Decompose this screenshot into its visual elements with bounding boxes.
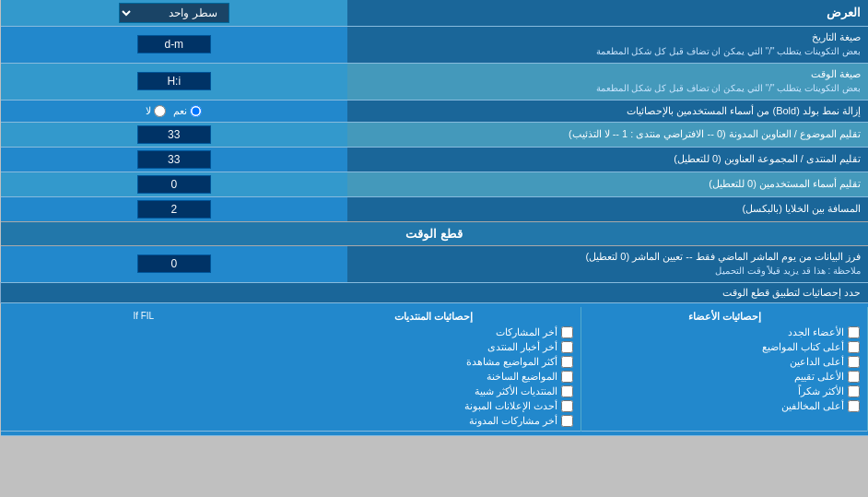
cb-last-posts[interactable]: أخر المشاركات	[294, 326, 573, 338]
cell-spacing-label: المسافة بين الخلايا (بالبكسل)	[347, 196, 868, 221]
cb-top-violators[interactable]: أعلى المخالفين	[589, 400, 860, 412]
cb-last-blog-posts[interactable]: أخر مشاركات المدونة	[294, 415, 573, 427]
user-align-label: تقليم أسماء المستخدمين (0 للتعطيل)	[347, 172, 868, 196]
topic-align-input[interactable]	[137, 125, 211, 144]
fil-label: If FIL	[8, 311, 280, 321]
time-format-input[interactable]	[137, 72, 211, 90]
bold-remove-cell: نعم لا	[1, 100, 348, 122]
time-format-cell	[1, 63, 348, 100]
forum-align-cell	[1, 147, 348, 172]
cb-top-inviters[interactable]: أعلى الداعين	[589, 356, 860, 368]
cb-latest-announcements[interactable]: أحدث الإعلانات المبونة	[294, 400, 573, 412]
cutoff-cell	[1, 245, 348, 282]
display-dropdown-cell: سطر واحد سطرين ثلاثة أسطر	[1, 0, 348, 27]
bold-remove-label: إزالة نمط بولد (Bold) من أسماء المستخدمي…	[347, 100, 868, 122]
cb-last-news[interactable]: أخر أخبار المنتدى	[294, 341, 573, 353]
cell-spacing-cell	[1, 196, 348, 221]
forum-align-label: تقليم المنتدى / المجموعة العناوين (0 للت…	[347, 147, 868, 172]
limit-label: حدد إحصائيات لتطبيق قطع الوقت	[1, 282, 869, 302]
radio-yes[interactable]: نعم	[173, 105, 202, 117]
cb-hot-topics[interactable]: المواضيع الساخنة	[294, 371, 573, 383]
date-format-input[interactable]	[137, 35, 211, 53]
cb-new-members[interactable]: الأعضاء الجدد	[589, 326, 860, 338]
radio-no[interactable]: لا	[146, 105, 166, 117]
display-dropdown[interactable]: سطر واحد سطرين ثلاثة أسطر	[119, 3, 229, 23]
cutoff-input[interactable]	[137, 254, 211, 273]
topic-align-label: تقليم الموضوع / العناوين المدونة (0 -- ا…	[347, 122, 868, 147]
user-align-cell	[1, 172, 348, 196]
forum-align-input[interactable]	[137, 150, 211, 169]
cell-spacing-input[interactable]	[137, 200, 211, 219]
cb-most-similar[interactable]: المنتديات الأكثر شبية	[294, 385, 573, 397]
cb-top-rated[interactable]: الأعلى تقييم	[589, 371, 860, 383]
section-title: العرض	[347, 0, 868, 27]
cb-most-viewed[interactable]: أكثر المواضيع مشاهدة	[294, 356, 573, 368]
col2-header: إحصائيات الأعضاء	[589, 311, 860, 323]
cutoff-label: فرز البيانات من يوم الماشر الماضي فقط --…	[347, 245, 868, 282]
user-align-input[interactable]	[137, 175, 211, 194]
cb-most-thanked[interactable]: الأكثر شكراً	[589, 385, 860, 397]
topic-align-cell	[1, 122, 348, 147]
col1-checkboxes: أخر المشاركات أخر أخبار المنتدى أكثر الم…	[294, 326, 573, 427]
cutoff-section-header: قطع الوقت	[1, 221, 869, 245]
col2-checkboxes: الأعضاء الجدد أعلى كتاب المواضيع أعلى ال…	[589, 326, 860, 412]
col1-header: إحصائيات المنتديات	[294, 311, 573, 323]
date-format-cell	[1, 27, 348, 64]
date-format-label: صيغة التاريخ بعض التكوينات يتطلب "/" الت…	[347, 27, 868, 64]
cb-top-authors[interactable]: أعلى كتاب المواضيع	[589, 341, 860, 353]
time-format-label: صيغة الوقت بعض التكوينات يتطلب "/" التي …	[347, 63, 868, 100]
